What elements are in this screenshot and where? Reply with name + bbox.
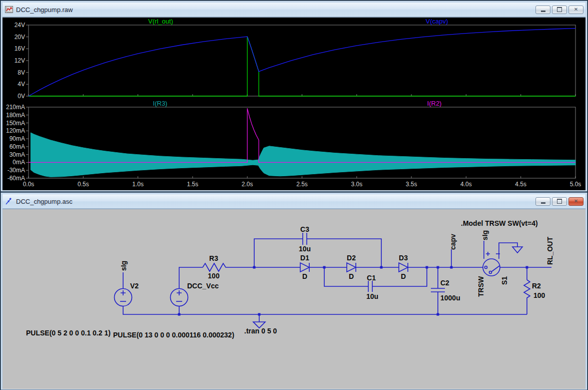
close-icon: ✕: [574, 7, 578, 12]
model-directive-text[interactable]: .Model TRSW SW(vt=4): [461, 219, 538, 227]
d1-diode[interactable]: [300, 263, 309, 272]
trace-label-I(R2)[interactable]: I(R2): [427, 100, 442, 107]
close-button[interactable]: ✕: [568, 6, 583, 14]
r2-name-label[interactable]: R2: [532, 282, 541, 290]
s1-name-label[interactable]: S1: [500, 276, 508, 285]
schematic-window-icon[interactable]: [5, 197, 13, 205]
y-tick-label: 24V: [15, 22, 25, 29]
schematic-window: DCC_chgpump.asc ✕: [1, 192, 587, 390]
r3-name-label[interactable]: R3: [209, 254, 218, 262]
v2-voltage-source[interactable]: [115, 289, 132, 306]
r2-value-label[interactable]: 100: [533, 291, 545, 299]
close-icon: ✕: [574, 199, 578, 204]
waveform-window-title: DCC_chgpump.raw: [16, 6, 73, 14]
v2-value-text[interactable]: PULSE(0 5 2 0 0 0.1 0.2 1): [26, 329, 111, 337]
dcc-vcc-voltage-source[interactable]: [171, 289, 188, 306]
d3-name-label[interactable]: D3: [399, 254, 408, 262]
r2-resistor[interactable]: [524, 280, 530, 299]
ground-icon[interactable]: [512, 247, 522, 253]
minimize-button[interactable]: [535, 6, 550, 14]
y-tick-label: 90mA: [10, 135, 25, 142]
d2-name-label[interactable]: D2: [347, 254, 356, 262]
y-tick-label: 180mA: [6, 112, 25, 119]
s1-switch[interactable]: [483, 252, 500, 276]
restore-icon: [557, 199, 562, 204]
y-tick-label: 4V: [18, 81, 25, 88]
schematic-window-title: DCC_chgpump.asc: [16, 198, 73, 205]
net-label-sig-s1[interactable]: sIg: [481, 230, 489, 240]
vcc-name-label[interactable]: DCC_Vcc: [187, 282, 219, 290]
d3-value-label[interactable]: D: [401, 272, 406, 280]
c2-capacitor[interactable]: [431, 288, 445, 292]
s1-model-label[interactable]: TRSW: [477, 276, 485, 297]
y-tick-label: 12V: [15, 57, 25, 64]
d2-value-label[interactable]: D: [349, 272, 354, 280]
schematic-svg: V2 DCC_Vcc R3 100 C3 10u D1 D D2 D D3 D …: [3, 209, 585, 389]
trace-V(capv)[interactable]: [29, 29, 575, 96]
minimize-icon: [541, 11, 545, 12]
y-tick-label: 16V: [15, 45, 25, 52]
y-tick-label: 210mA: [6, 104, 25, 111]
trace-V(rl_out)[interactable]: [29, 37, 575, 96]
y-tick-label: 8V: [18, 69, 25, 76]
y-tick-label: 30mA: [10, 151, 25, 158]
x-tick-label: 2.0s: [242, 181, 253, 188]
c1-name-label[interactable]: C1: [367, 274, 376, 282]
x-tick-label: 3.0s: [351, 181, 362, 188]
pane-border: [29, 25, 575, 96]
net-label-sig-v2[interactable]: sIg: [120, 261, 128, 271]
c1-capacitor[interactable]: [368, 281, 372, 292]
x-tick-label: 0.0s: [23, 181, 35, 188]
x-tick-label: 4.0s: [460, 181, 472, 188]
trace-label-V(rl_out)[interactable]: V(rl_out): [148, 18, 173, 25]
x-tick-label: 1.5s: [187, 181, 199, 188]
y-tick-label: 0mA: [13, 159, 25, 166]
net-label-rl-out[interactable]: RL_OUT: [546, 237, 554, 265]
restore-button[interactable]: [552, 6, 567, 14]
waveform-window-icon[interactable]: [5, 6, 13, 14]
y-tick-label: 120mA: [6, 127, 25, 134]
tran-directive-text[interactable]: .tran 0 5 0: [244, 327, 277, 335]
circuit-wires[interactable]: [123, 239, 551, 322]
minimize-icon: [541, 202, 545, 204]
trace-label-I(R3)[interactable]: I(R3): [153, 100, 168, 107]
restore-button[interactable]: [552, 197, 567, 206]
trace-label-V(capv)[interactable]: V(capv): [426, 18, 448, 25]
waveform-titlebar[interactable]: DCC_chgpump.raw ✕: [3, 3, 585, 17]
d1-value-label[interactable]: D: [302, 272, 307, 280]
waveform-plot-area[interactable]: 24V20V16V12V8V4V0VV(rl_out)V(capv)210mA1…: [3, 17, 585, 190]
c3-name-label[interactable]: C3: [300, 225, 309, 233]
v2-name-label[interactable]: V2: [130, 282, 139, 290]
trace-band-I(R3)[interactable]: [31, 133, 575, 177]
x-tick-label: 0.5s: [78, 181, 89, 188]
plus-icon: [486, 252, 490, 256]
vcc-value-text[interactable]: PULSE(0 13 0 0 0 0.000116 0.000232): [113, 331, 234, 339]
waveform-svg: 24V20V16V12V8V4V0VV(rl_out)V(capv)210mA1…: [3, 18, 585, 190]
net-label-capv[interactable]: capv: [449, 234, 457, 250]
c3-value-label[interactable]: 10u: [299, 245, 311, 253]
y-tick-label: 20V: [15, 34, 25, 41]
c2-value-label[interactable]: 1000u: [440, 294, 460, 302]
r3-resistor[interactable]: [203, 263, 228, 271]
c3-capacitor[interactable]: [303, 233, 307, 245]
d1-name-label[interactable]: D1: [300, 254, 309, 262]
plus-icon: [177, 290, 182, 295]
d3-diode[interactable]: [399, 263, 408, 272]
c1-value-label[interactable]: 10u: [366, 292, 378, 300]
plus-icon: [121, 290, 126, 295]
x-tick-label: 2.5s: [296, 181, 308, 188]
x-tick-label: 4.5s: [515, 181, 526, 188]
schematic-titlebar[interactable]: DCC_chgpump.asc ✕: [3, 194, 585, 209]
x-tick-label: 3.5s: [406, 181, 417, 188]
x-tick-label: 5.0s: [570, 181, 581, 188]
c2-name-label[interactable]: C2: [440, 279, 449, 287]
d2-diode[interactable]: [347, 263, 356, 272]
schematic-canvas[interactable]: V2 DCC_Vcc R3 100 C3 10u D1 D D2 D D3 D …: [3, 209, 585, 389]
waveform-window: DCC_chgpump.raw ✕ 24V20V16V12V8V4V0VV(rl…: [1, 1, 587, 192]
y-tick-label: -30mA: [8, 167, 25, 174]
x-tick-label: 1.0s: [132, 181, 144, 188]
y-tick-label: 150mA: [6, 120, 25, 127]
r3-value-label[interactable]: 100: [208, 272, 220, 280]
close-button[interactable]: ✕: [568, 197, 583, 206]
minimize-button[interactable]: [535, 197, 550, 206]
